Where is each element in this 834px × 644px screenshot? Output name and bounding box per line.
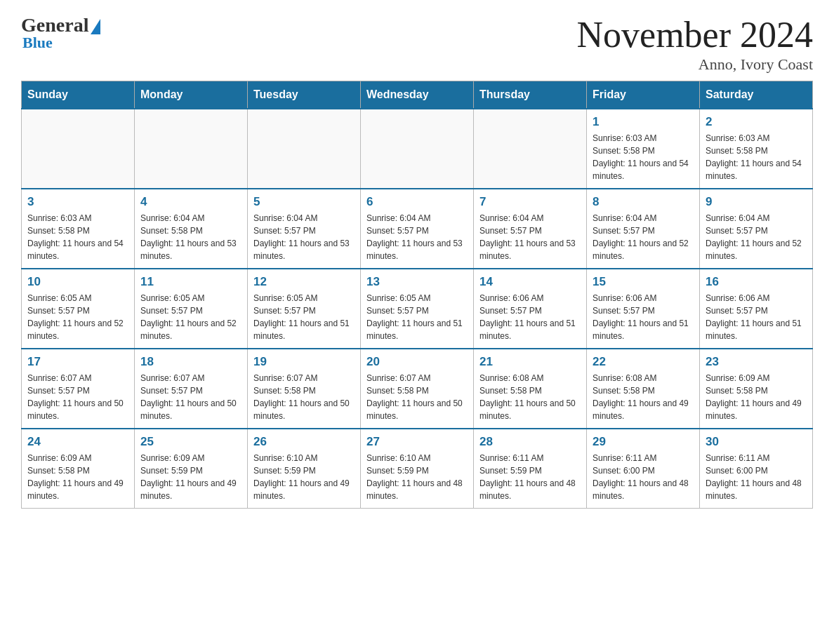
day-info: Sunrise: 6:03 AM Sunset: 5:58 PM Dayligh… <box>593 132 694 182</box>
day-info: Sunrise: 6:05 AM Sunset: 5:57 PM Dayligh… <box>27 292 128 342</box>
day-info: Sunrise: 6:10 AM Sunset: 5:59 PM Dayligh… <box>253 452 355 502</box>
week-row: 24Sunrise: 6:09 AM Sunset: 5:58 PM Dayli… <box>22 429 813 509</box>
calendar-cell: 19Sunrise: 6:07 AM Sunset: 5:58 PM Dayli… <box>248 349 361 429</box>
calendar-cell: 25Sunrise: 6:09 AM Sunset: 5:59 PM Dayli… <box>135 429 248 509</box>
day-info: Sunrise: 6:08 AM Sunset: 5:58 PM Dayligh… <box>479 372 581 422</box>
calendar-cell: 20Sunrise: 6:07 AM Sunset: 5:58 PM Dayli… <box>361 349 474 429</box>
calendar-cell: 30Sunrise: 6:11 AM Sunset: 6:00 PM Dayli… <box>700 429 813 509</box>
calendar-cell: 28Sunrise: 6:11 AM Sunset: 5:59 PM Dayli… <box>474 429 587 509</box>
day-number: 16 <box>706 275 807 289</box>
calendar-cell: 17Sunrise: 6:07 AM Sunset: 5:57 PM Dayli… <box>22 349 135 429</box>
day-number: 2 <box>706 115 807 129</box>
calendar-cell: 14Sunrise: 6:06 AM Sunset: 5:57 PM Dayli… <box>474 269 587 349</box>
day-number: 3 <box>27 195 128 209</box>
day-of-week-header: Wednesday <box>361 81 474 109</box>
day-number: 30 <box>706 435 807 449</box>
day-info: Sunrise: 6:03 AM Sunset: 5:58 PM Dayligh… <box>706 132 807 182</box>
day-info: Sunrise: 6:11 AM Sunset: 6:00 PM Dayligh… <box>706 452 807 502</box>
day-number: 11 <box>140 275 241 289</box>
day-info: Sunrise: 6:10 AM Sunset: 5:59 PM Dayligh… <box>366 452 468 502</box>
calendar-header-row: SundayMondayTuesdayWednesdayThursdayFrid… <box>22 81 813 109</box>
day-info: Sunrise: 6:09 AM Sunset: 5:58 PM Dayligh… <box>27 452 128 502</box>
calendar-cell: 26Sunrise: 6:10 AM Sunset: 5:59 PM Dayli… <box>248 429 361 509</box>
day-info: Sunrise: 6:04 AM Sunset: 5:57 PM Dayligh… <box>593 212 694 262</box>
calendar-cell: 5Sunrise: 6:04 AM Sunset: 5:57 PM Daylig… <box>248 189 361 269</box>
calendar-cell <box>22 109 135 189</box>
calendar-cell: 4Sunrise: 6:04 AM Sunset: 5:58 PM Daylig… <box>135 189 248 269</box>
title-area: November 2024 Anno, Ivory Coast <box>577 14 813 74</box>
calendar-cell: 24Sunrise: 6:09 AM Sunset: 5:58 PM Dayli… <box>22 429 135 509</box>
day-info: Sunrise: 6:08 AM Sunset: 5:58 PM Dayligh… <box>593 372 694 422</box>
day-info: Sunrise: 6:04 AM Sunset: 5:58 PM Dayligh… <box>140 212 241 262</box>
calendar-cell: 15Sunrise: 6:06 AM Sunset: 5:57 PM Dayli… <box>587 269 700 349</box>
day-number: 24 <box>27 435 128 449</box>
week-row: 10Sunrise: 6:05 AM Sunset: 5:57 PM Dayli… <box>22 269 813 349</box>
calendar-table: SundayMondayTuesdayWednesdayThursdayFrid… <box>21 81 813 509</box>
day-info: Sunrise: 6:11 AM Sunset: 5:59 PM Dayligh… <box>479 452 581 502</box>
day-number: 28 <box>479 435 581 449</box>
calendar-cell: 29Sunrise: 6:11 AM Sunset: 6:00 PM Dayli… <box>587 429 700 509</box>
day-number: 13 <box>366 275 468 289</box>
day-info: Sunrise: 6:06 AM Sunset: 5:57 PM Dayligh… <box>593 292 694 342</box>
day-info: Sunrise: 6:03 AM Sunset: 5:58 PM Dayligh… <box>27 212 128 262</box>
day-number: 6 <box>366 195 468 209</box>
calendar-cell <box>135 109 248 189</box>
day-info: Sunrise: 6:05 AM Sunset: 5:57 PM Dayligh… <box>140 292 241 342</box>
calendar-cell: 1Sunrise: 6:03 AM Sunset: 5:58 PM Daylig… <box>587 109 700 189</box>
day-number: 10 <box>27 275 128 289</box>
day-number: 25 <box>140 435 241 449</box>
calendar-cell: 8Sunrise: 6:04 AM Sunset: 5:57 PM Daylig… <box>587 189 700 269</box>
day-number: 8 <box>593 195 694 209</box>
month-title: November 2024 <box>577 14 813 55</box>
week-row: 3Sunrise: 6:03 AM Sunset: 5:58 PM Daylig… <box>22 189 813 269</box>
day-number: 14 <box>479 275 581 289</box>
day-number: 15 <box>593 275 694 289</box>
day-info: Sunrise: 6:09 AM Sunset: 5:58 PM Dayligh… <box>706 372 807 422</box>
day-number: 7 <box>479 195 581 209</box>
calendar-cell: 22Sunrise: 6:08 AM Sunset: 5:58 PM Dayli… <box>587 349 700 429</box>
day-number: 4 <box>140 195 241 209</box>
day-number: 22 <box>593 355 694 369</box>
calendar-cell: 9Sunrise: 6:04 AM Sunset: 5:57 PM Daylig… <box>700 189 813 269</box>
day-number: 18 <box>140 355 241 369</box>
calendar-cell: 21Sunrise: 6:08 AM Sunset: 5:58 PM Dayli… <box>474 349 587 429</box>
day-number: 21 <box>479 355 581 369</box>
calendar-cell: 16Sunrise: 6:06 AM Sunset: 5:57 PM Dayli… <box>700 269 813 349</box>
logo-triangle-icon <box>91 19 100 34</box>
calendar-cell: 18Sunrise: 6:07 AM Sunset: 5:57 PM Dayli… <box>135 349 248 429</box>
day-number: 17 <box>27 355 128 369</box>
day-number: 12 <box>253 275 355 289</box>
day-number: 23 <box>706 355 807 369</box>
day-info: Sunrise: 6:04 AM Sunset: 5:57 PM Dayligh… <box>253 212 355 262</box>
calendar-cell <box>361 109 474 189</box>
page-header: General Blue November 2024 Anno, Ivory C… <box>21 14 813 74</box>
day-info: Sunrise: 6:06 AM Sunset: 5:57 PM Dayligh… <box>479 292 581 342</box>
day-info: Sunrise: 6:04 AM Sunset: 5:57 PM Dayligh… <box>366 212 468 262</box>
calendar-cell: 27Sunrise: 6:10 AM Sunset: 5:59 PM Dayli… <box>361 429 474 509</box>
day-info: Sunrise: 6:07 AM Sunset: 5:58 PM Dayligh… <box>253 372 355 422</box>
day-info: Sunrise: 6:11 AM Sunset: 6:00 PM Dayligh… <box>593 452 694 502</box>
calendar-cell: 2Sunrise: 6:03 AM Sunset: 5:58 PM Daylig… <box>700 109 813 189</box>
day-of-week-header: Friday <box>587 81 700 109</box>
day-of-week-header: Saturday <box>700 81 813 109</box>
day-number: 1 <box>593 115 694 129</box>
logo-blue-text: Blue <box>22 34 53 52</box>
day-info: Sunrise: 6:05 AM Sunset: 5:57 PM Dayligh… <box>253 292 355 342</box>
day-info: Sunrise: 6:05 AM Sunset: 5:57 PM Dayligh… <box>366 292 468 342</box>
day-info: Sunrise: 6:04 AM Sunset: 5:57 PM Dayligh… <box>479 212 581 262</box>
calendar-cell: 11Sunrise: 6:05 AM Sunset: 5:57 PM Dayli… <box>135 269 248 349</box>
calendar-cell: 10Sunrise: 6:05 AM Sunset: 5:57 PM Dayli… <box>22 269 135 349</box>
day-number: 19 <box>253 355 355 369</box>
calendar-cell: 3Sunrise: 6:03 AM Sunset: 5:58 PM Daylig… <box>22 189 135 269</box>
calendar-cell: 6Sunrise: 6:04 AM Sunset: 5:57 PM Daylig… <box>361 189 474 269</box>
day-of-week-header: Sunday <box>22 81 135 109</box>
day-of-week-header: Thursday <box>474 81 587 109</box>
day-number: 20 <box>366 355 468 369</box>
week-row: 17Sunrise: 6:07 AM Sunset: 5:57 PM Dayli… <box>22 349 813 429</box>
calendar-cell: 13Sunrise: 6:05 AM Sunset: 5:57 PM Dayli… <box>361 269 474 349</box>
day-info: Sunrise: 6:07 AM Sunset: 5:58 PM Dayligh… <box>366 372 468 422</box>
day-number: 5 <box>253 195 355 209</box>
location-subtitle: Anno, Ivory Coast <box>577 55 813 74</box>
day-info: Sunrise: 6:07 AM Sunset: 5:57 PM Dayligh… <box>27 372 128 422</box>
day-info: Sunrise: 6:06 AM Sunset: 5:57 PM Dayligh… <box>706 292 807 342</box>
